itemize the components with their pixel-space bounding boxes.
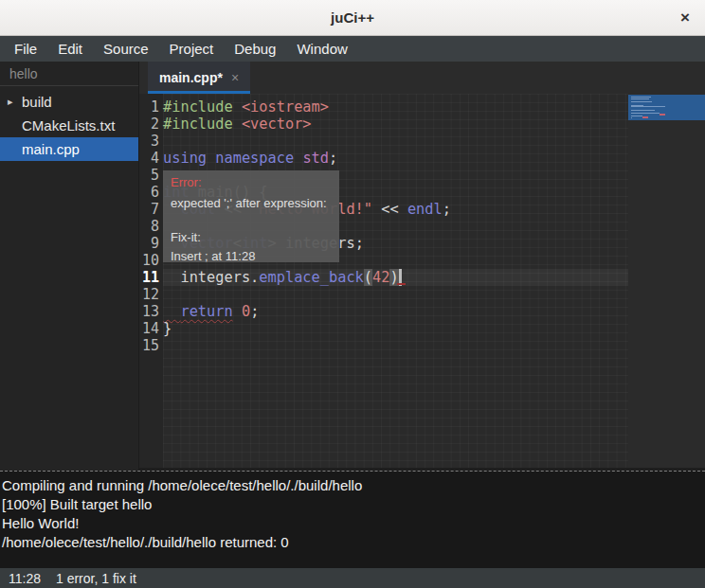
minimap-error-mark: [660, 114, 665, 116]
line-number: 1: [139, 98, 159, 116]
line-number: 3: [139, 133, 159, 150]
terminal-output[interactable]: Compiling and running /home/olece/test/h…: [0, 472, 705, 568]
tooltip-error-label: Error:: [171, 175, 332, 189]
code-line-14: }: [163, 320, 628, 337]
tooltip-fixit-label: Fix-it:: [171, 230, 332, 244]
line-number: 13: [139, 303, 159, 320]
code-area[interactable]: #include <iostream>#include <vector>usin…: [163, 94, 628, 468]
code-line-1: #include <iostream>: [163, 98, 628, 116]
code-line-15: [163, 337, 628, 354]
project-name[interactable]: hello: [0, 62, 138, 86]
code-token: ;: [250, 303, 259, 320]
code-token: <vector>: [242, 116, 312, 133]
menu-window[interactable]: Window: [286, 36, 357, 62]
code-line-2: #include <vector>: [163, 116, 628, 133]
code-token: integers.: [163, 269, 259, 286]
project-sidebar: hello ▸buildCMakeLists.txtmain.cpp: [0, 62, 139, 471]
line-number: 7: [139, 201, 159, 218]
file-tree: ▸buildCMakeLists.txtmain.cpp: [0, 86, 138, 161]
code-line-11: integers.emplace_back(42): [163, 269, 628, 286]
minimap-line: [631, 101, 652, 102]
tabbar: main.cpp* ×: [139, 62, 705, 94]
line-number: 6: [139, 184, 159, 201]
line-number-gutter: 123456789101112131415: [139, 94, 163, 468]
code-token: <iostream>: [242, 98, 329, 116]
window-title: juCi++: [331, 9, 374, 26]
tree-item-label: build: [22, 94, 52, 110]
expander-icon[interactable]: ▸: [8, 90, 13, 114]
code-line-12: [163, 286, 628, 303]
tab-main-cpp[interactable]: main.cpp* ×: [148, 62, 250, 94]
code-token: return: [180, 303, 232, 320]
juci-window: juCi++ × FileEditSourceProjectDebugWindo…: [0, 0, 705, 588]
code-token: namespace: [215, 150, 294, 167]
code-token: [163, 303, 180, 320]
code-token: [294, 150, 302, 167]
diagnostics-summary[interactable]: 1 error, 1 fix it: [56, 571, 136, 586]
menubar: FileEditSourceProjectDebugWindow: [0, 36, 705, 62]
tab-close-icon[interactable]: ×: [231, 70, 239, 85]
code-token: ;: [329, 150, 337, 167]
statusbar: 11:28 1 error, 1 fix it: [0, 568, 705, 588]
minimap-line: [631, 113, 660, 114]
code-line-4: using namespace std;: [163, 150, 628, 167]
line-number: 9: [139, 235, 159, 252]
terminal-line: [100%] Built target hello: [2, 495, 705, 514]
code-token: }: [163, 320, 172, 337]
line-number: 4: [139, 150, 159, 167]
code-token: #include: [163, 116, 233, 133]
minimap-line: [631, 116, 642, 116]
line-number: 8: [139, 218, 159, 235]
minimap-line: [631, 117, 632, 118]
titlebar: juCi++ ×: [0, 0, 705, 36]
code-line-3: [163, 133, 628, 150]
code-token: [207, 150, 215, 167]
tooltip-error-text: expected ';' after expression:: [171, 196, 332, 210]
code-line-13: return 0;: [163, 303, 628, 320]
minimap-line: [631, 106, 665, 107]
terminal-line: Hello World!: [2, 514, 705, 533]
code-editor[interactable]: 123456789101112131415 #include <iostream…: [139, 94, 705, 468]
code-token: std: [302, 150, 329, 167]
tree-item-build[interactable]: ▸build: [0, 90, 138, 114]
code-token: 42: [372, 269, 389, 286]
line-number: 5: [139, 167, 159, 184]
tooltip-fixit-text: Insert ; at 11:28: [171, 249, 332, 263]
terminal-line: Compiling and running /home/olece/test/h…: [2, 476, 705, 495]
code-token: using: [163, 150, 207, 167]
code-token: emplace_back: [259, 269, 364, 286]
menu-source[interactable]: Source: [93, 36, 159, 62]
tree-item-cmakelists-txt[interactable]: CMakeLists.txt: [0, 114, 138, 137]
minimap-line: [631, 110, 655, 111]
code-token: endl: [407, 201, 443, 218]
close-window-icon[interactable]: ×: [676, 9, 695, 27]
tree-item-main-cpp[interactable]: main.cpp: [0, 137, 138, 161]
line-number: 2: [139, 116, 159, 133]
code-token: [233, 116, 242, 133]
menu-project[interactable]: Project: [159, 36, 225, 62]
line-number: 14: [139, 320, 159, 337]
minimap-line: [631, 98, 649, 99]
line-number: 10: [139, 252, 159, 269]
minimap-error-mark: [642, 116, 648, 118]
line-number: 11: [139, 269, 159, 286]
cursor-position: 11:28: [9, 571, 41, 586]
minimap-viewport[interactable]: [628, 95, 705, 120]
code-token: 0: [242, 303, 250, 320]
tree-item-label: main.cpp: [22, 141, 80, 157]
code-token: ;: [443, 201, 451, 218]
error-underline-mark: [397, 283, 406, 285]
terminal-line: /home/olece/test/hello/./build/hello ret…: [2, 533, 705, 552]
code-token: (: [364, 269, 372, 286]
minimap[interactable]: [628, 94, 705, 468]
menu-edit[interactable]: Edit: [47, 36, 93, 62]
diagnostic-tooltip: Error: expected ';' after expression: Fi…: [163, 170, 339, 262]
code-token: [233, 98, 242, 116]
menu-debug[interactable]: Debug: [224, 36, 286, 62]
tab-label: main.cpp*: [159, 70, 223, 85]
code-token: <<: [372, 201, 407, 218]
line-number: 15: [139, 337, 159, 354]
line-number: 12: [139, 286, 159, 303]
code-token: [233, 303, 242, 320]
menu-file[interactable]: File: [4, 36, 47, 62]
